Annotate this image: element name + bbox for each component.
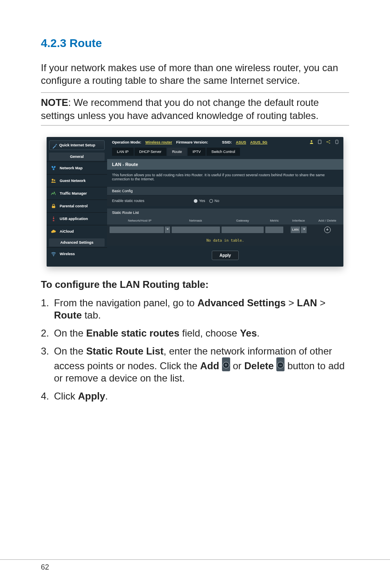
usb-icon: [51, 216, 56, 222]
opmode-value[interactable]: Wireless router: [146, 140, 172, 144]
sidebar-item-traffic-manager[interactable]: Traffic Manager: [47, 187, 107, 200]
tab-route[interactable]: Route: [167, 148, 187, 156]
sidebar-item-label: USB application: [60, 217, 88, 221]
router-screenshot: Quick Internet Setup General Network Map…: [47, 137, 343, 267]
radio-yes[interactable]: [194, 199, 197, 203]
qi-label: Quick Internet Setup: [59, 143, 95, 147]
col-add-delete: Add / Delete: [314, 219, 341, 222]
route-table-header: Network/Host IP Netmask Gateway Metric I…: [107, 217, 343, 224]
sidebar-item-label: Parental control: [60, 204, 88, 208]
delete-icon-button: −: [276, 357, 285, 371]
minus-icon: −: [277, 362, 284, 368]
svg-point-1: [54, 180, 56, 181]
wand-icon: [52, 143, 58, 149]
section-basic-config: Basic Config: [107, 187, 343, 195]
step-4: Click Apply.: [41, 390, 349, 402]
tab-iptv[interactable]: IPTV: [188, 148, 206, 156]
svg-point-3: [53, 256, 54, 256]
ssid-1[interactable]: ASUS: [236, 140, 246, 144]
panel-title: LAN - Route: [107, 159, 343, 170]
sidebar-item-label: Network Map: [60, 166, 83, 170]
panel-description: This function allows you to add routing …: [107, 170, 343, 184]
step-2: On the Enable static routes field, choos…: [41, 327, 349, 339]
enable-static-routes-row: Enable static routes Yes No: [107, 195, 343, 206]
add-icon-button: +: [222, 357, 230, 371]
network-host-ip-input[interactable]: [110, 227, 164, 233]
svg-rect-9: [336, 140, 338, 144]
page-footer: 62: [0, 559, 390, 572]
enable-static-routes-label: Enable static routes: [112, 199, 194, 203]
col-netmask: Netmask: [172, 219, 220, 222]
router-sidebar: Quick Internet Setup General Network Map…: [47, 137, 107, 267]
network-status-icon[interactable]: [325, 139, 331, 144]
sidebar-item-guest-network[interactable]: Guest Network: [47, 174, 107, 187]
svg-point-4: [311, 140, 312, 142]
opmode-label: Operation Mode:: [112, 140, 141, 144]
sidebar-item-parental-control[interactable]: Parental control: [47, 200, 107, 212]
section-heading: 4.2.3 Route: [41, 37, 349, 50]
page-number: 62: [41, 563, 49, 571]
procedure-heading: To configure the LAN Routing table:: [41, 279, 349, 290]
tab-switch-control[interactable]: Switch Control: [206, 148, 240, 156]
sidebar-section-general: General: [49, 153, 105, 161]
lan-tabs: LAN IP DHCP Server Route IPTV Switch Con…: [107, 148, 343, 156]
interface-dropdown[interactable]: [301, 227, 307, 233]
router-top-bar: Operation Mode: Wireless router Firmware…: [107, 137, 343, 146]
sidebar-item-label: AiCloud: [60, 229, 74, 233]
cloud-icon: [51, 229, 56, 234]
svg-point-0: [52, 179, 54, 181]
interface-select[interactable]: LAN: [291, 227, 300, 233]
sidebar-item-wireless[interactable]: Wireless: [47, 247, 107, 260]
step-1: From the navigation panel, go to Advance…: [41, 297, 349, 321]
gateway-input[interactable]: [222, 227, 264, 233]
user-icon[interactable]: [309, 139, 314, 144]
netmask-input[interactable]: [172, 227, 220, 233]
apply-row: Apply: [107, 246, 343, 267]
router-main: Operation Mode: Wireless router Firmware…: [107, 137, 343, 267]
guest-network-icon: [51, 178, 56, 184]
col-gateway: Gateway: [222, 219, 264, 222]
section-static-route-list: Static Route List: [107, 209, 343, 217]
sidebar-item-usb-application[interactable]: USB application: [47, 212, 107, 225]
procedure-steps: From the navigation panel, go to Advance…: [41, 297, 349, 402]
metric-input[interactable]: [265, 227, 283, 233]
plus-icon: +: [223, 362, 229, 368]
wifi-icon: [51, 251, 56, 257]
tab-dhcp-server[interactable]: DHCP Server: [134, 148, 166, 156]
quick-internet-setup[interactable]: Quick Internet Setup: [49, 140, 105, 150]
note-text: : We recommend that you do not change th…: [41, 97, 319, 121]
add-route-button[interactable]: +: [324, 227, 331, 233]
col-metric: Metric: [265, 219, 283, 222]
ssid-label: SSID:: [222, 140, 232, 144]
lock-icon: [51, 203, 56, 209]
route-input-row: LAN +: [107, 224, 343, 235]
network-map-icon: [51, 165, 56, 171]
note-label: NOTE: [41, 97, 68, 108]
page-icon[interactable]: [317, 139, 322, 144]
ssid-2[interactable]: ASUS_5G: [250, 140, 267, 144]
radio-yes-label: Yes: [199, 199, 205, 203]
sidebar-item-aicloud[interactable]: AiCloud: [47, 225, 107, 238]
col-interface: Interface: [285, 219, 312, 222]
sidebar-item-label: Traffic Manager: [60, 191, 87, 195]
fw-label: Firmware Version:: [176, 140, 208, 144]
sidebar-item-label: Wireless: [60, 252, 75, 256]
traffic-manager-icon: [51, 191, 56, 196]
note-box: NOTE: We recommend that you do not chang…: [41, 92, 349, 125]
network-host-ip-dropdown[interactable]: [165, 227, 170, 233]
device-icon[interactable]: [334, 139, 339, 144]
apply-button[interactable]: Apply: [212, 251, 239, 260]
enable-static-routes-field[interactable]: Yes No: [194, 199, 219, 203]
step-3: On the Static Route List, enter the netw…: [41, 345, 349, 384]
radio-no[interactable]: [209, 199, 213, 203]
intro-paragraph: If your network makes use of more than o…: [41, 61, 349, 87]
svg-rect-2: [52, 206, 55, 208]
sidebar-section-advanced: Advanced Settings: [49, 238, 105, 247]
svg-rect-5: [318, 140, 321, 144]
col-network-host-ip: Network/Host IP: [110, 219, 170, 222]
tab-lan-ip[interactable]: LAN IP: [112, 148, 134, 156]
radio-no-label: No: [215, 199, 220, 203]
sidebar-item-label: Guest Network: [60, 179, 86, 183]
sidebar-item-network-map[interactable]: Network Map: [47, 162, 107, 174]
no-data-message: No data in table.: [107, 235, 343, 246]
